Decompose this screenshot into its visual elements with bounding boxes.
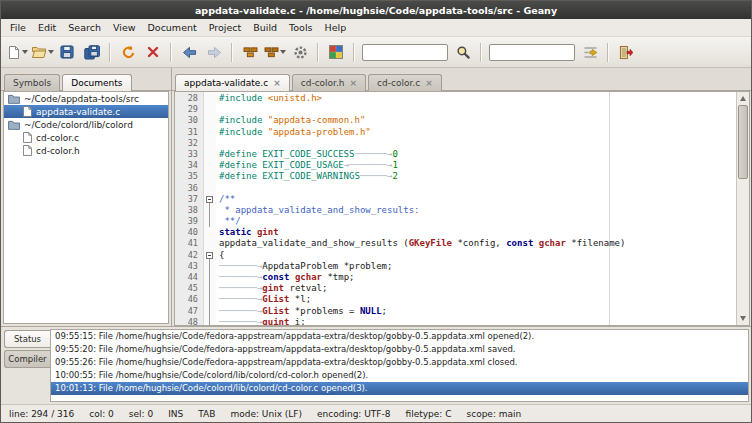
code-row[interactable]: 42{ [175,250,737,261]
goto-line-input[interactable] [489,44,575,61]
code-row[interactable]: 43───────→AppdataProblem *problem; [175,261,737,272]
folder-icon [8,94,20,104]
save-all-button[interactable] [80,40,104,64]
code-row[interactable]: 36 [175,183,737,194]
run-button[interactable] [288,40,312,64]
menu-project[interactable]: Project [203,20,248,35]
code-row[interactable]: 35#define EXIT_CODE_WARNINGS─────→2 [175,171,737,182]
code-row[interactable]: 33#define EXIT_CODE_SUCCESS──────→0 [175,149,737,160]
sidebar-tab-documents[interactable]: Documents [62,74,131,91]
line-number: 36 [175,183,204,194]
code-line: ───────→const gchar *tmp; [216,272,354,283]
tab-label: cd-color.c [377,78,420,88]
tab-close-icon[interactable]: × [273,79,281,88]
log-row[interactable]: 09:55:26: File /home/hughsie/Code/fedora… [51,356,748,369]
file-icon [23,145,32,156]
code-row[interactable]: 28#include <unistd.h> [175,93,737,104]
goto-line-button[interactable] [578,40,602,64]
forward-button[interactable] [202,40,226,64]
code-row[interactable]: 46───────→GList *l; [175,294,737,305]
code-row[interactable]: 48───────→guint i; [175,317,737,326]
message-tab-compiler[interactable]: Compiler [4,350,50,368]
code-row[interactable]: 32 [175,138,737,149]
back-button[interactable] [177,40,201,64]
code-row[interactable]: 31#include "appdata-problem.h" [175,127,737,138]
fold-cell [204,306,216,317]
sidebar-tab-symbols[interactable]: Symbols [4,74,60,91]
line-number: 32 [175,138,204,149]
tree-item[interactable]: cd-color.h [4,144,168,157]
code-row[interactable]: 39 **/ [175,216,737,227]
menu-build[interactable]: Build [247,20,283,35]
menu-tools[interactable]: Tools [283,20,318,35]
status-insert-mode: INS [168,409,183,419]
status-filetype: filetype: C [406,409,452,419]
code-row[interactable]: 44───────→const gchar *tmp; [175,272,737,283]
code-line: static gint [216,227,279,238]
menu-help[interactable]: Help [319,20,353,35]
menu-file[interactable]: File [4,20,32,35]
tab-close-icon[interactable]: × [425,79,433,88]
editor-tab-appdata-validate-c[interactable]: appdata-validate.c× [175,74,290,91]
log-row[interactable]: 09:55:15: File /home/hughsie/Code/fedora… [51,330,748,343]
sidebar: SymbolsDocuments ~/Code/appdata-tools/sr… [1,68,172,326]
new-file-button[interactable] [5,40,29,64]
code-row[interactable]: 30#include "appdata-common.h" [175,115,737,126]
editor-tab-cd-color-h[interactable]: cd-color.h× [292,74,366,91]
code-line: ───────→guint i; [216,317,306,326]
menu-edit[interactable]: Edit [32,20,62,35]
tab-close-icon[interactable]: × [350,79,358,88]
dropdown-arrow-icon[interactable] [22,50,28,54]
tree-item[interactable]: ~/Code/appdata-tools/src [4,92,168,105]
message-tab-status[interactable]: Status [4,330,50,348]
open-file-button[interactable] [30,40,54,64]
fold-line [209,216,210,227]
code-area[interactable]: 28#include <unistd.h>2930#include "appda… [175,92,737,326]
scroll-up-icon[interactable] [740,96,746,101]
quit-button[interactable] [614,40,638,64]
compile-button[interactable] [238,40,262,64]
line-number: 46 [175,294,204,305]
fold-box-icon[interactable] [206,196,213,203]
menu-view[interactable]: View [107,20,142,35]
open-icon [31,45,47,59]
code-row[interactable]: 47───────→GList *problems = NULL; [175,306,737,317]
menu-document[interactable]: Document [142,20,203,35]
fold-cell[interactable] [204,250,216,261]
fold-box-icon[interactable] [206,252,213,259]
editor-tab-cd-color-c[interactable]: cd-color.c× [368,74,442,91]
line-number: 41 [175,238,204,249]
log-row[interactable]: 09:55:20: File /home/hughsie/Code/fedora… [51,343,748,356]
close-button[interactable] [141,40,165,64]
fold-cell[interactable] [204,194,216,205]
code-row[interactable]: 34#define EXIT_CODE_USAGE→───────→1 [175,160,737,171]
code-row[interactable]: 38 * appdata_validate_and_show_results: [175,205,737,216]
tree-item[interactable]: cd-color.c [4,131,168,144]
editor[interactable]: 28#include <unistd.h>2930#include "appda… [174,91,750,326]
save-button[interactable] [55,40,79,64]
fold-cell [204,317,216,326]
code-row[interactable]: 29 [175,104,737,115]
menu-search[interactable]: Search [62,20,107,35]
code-row[interactable]: 45───────→gint retval; [175,283,737,294]
revert-button[interactable] [116,40,140,64]
color-chooser-button[interactable] [324,40,348,64]
scrollbar-thumb[interactable] [738,105,748,179]
dropdown-arrow-icon[interactable] [48,50,54,54]
code-row[interactable]: 41appdata_validate_and_show_results (GKe… [175,238,737,249]
tree-item[interactable]: appdata-validate.c [4,105,168,118]
code-row[interactable]: 37/** [175,194,737,205]
editor-scrollbar[interactable] [736,92,749,325]
menu-bar: FileEditSearchViewDocumentProjectBuildTo… [1,19,751,37]
search-input[interactable] [362,44,448,61]
log-row[interactable]: 10:01:13: File /home/hughsie/Code/colord… [51,382,748,395]
forward-icon [207,46,222,59]
code-row[interactable]: 40static gint [175,227,737,238]
log-row[interactable]: 10:00:55: File /home/hughsie/Code/colord… [51,369,748,382]
scroll-down-icon[interactable] [740,316,746,321]
search-button[interactable] [451,40,475,64]
code-line: #define EXIT_CODE_USAGE→───────→1 [216,160,398,171]
dropdown-arrow-icon[interactable] [280,50,286,54]
build-button[interactable] [263,40,287,64]
tree-item[interactable]: ~/Code/colord/lib/colord [4,118,168,131]
